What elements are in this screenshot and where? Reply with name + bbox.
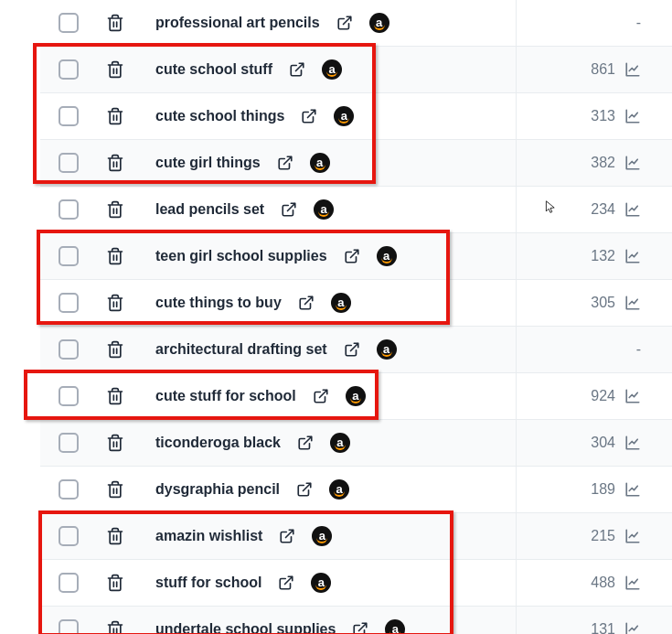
value-text: 313 (591, 108, 615, 124)
chart-icon[interactable] (624, 621, 641, 634)
table-row: ticonderoga black304 (40, 420, 672, 467)
keyword-text[interactable]: cute stuff for school (155, 388, 296, 404)
chart-icon[interactable] (624, 388, 641, 404)
trash-icon[interactable] (106, 294, 124, 312)
amazon-icon[interactable] (311, 573, 331, 593)
external-link-icon[interactable] (277, 155, 293, 171)
keyword-text[interactable]: dysgraphia pencil (155, 481, 280, 498)
keyword-text[interactable]: teen girl school supplies (155, 248, 327, 264)
external-link-icon[interactable] (352, 621, 368, 634)
chart-icon[interactable] (624, 528, 641, 544)
amazon-icon[interactable] (331, 293, 351, 313)
chart-icon[interactable] (624, 108, 641, 124)
keyword-text[interactable]: architectural drafting set (155, 341, 327, 358)
row-checkbox[interactable] (59, 479, 79, 500)
value-cell: - (517, 0, 672, 46)
keyword-text[interactable]: cute school things (155, 108, 284, 124)
external-link-icon[interactable] (336, 15, 353, 31)
trash-icon[interactable] (106, 574, 124, 592)
table-row: dysgraphia pencil189 (40, 467, 672, 513)
amazon-icon[interactable] (329, 479, 349, 500)
row-checkbox[interactable] (59, 153, 79, 173)
trash-icon[interactable] (106, 154, 124, 172)
amazon-icon[interactable] (377, 339, 397, 360)
trash-icon[interactable] (106, 387, 124, 405)
external-link-icon[interactable] (289, 61, 305, 78)
row-checkbox[interactable] (59, 433, 79, 453)
trash-icon[interactable] (106, 340, 124, 359)
table-row: cute school things313 (40, 93, 672, 140)
trash-icon[interactable] (106, 60, 124, 79)
amazon-icon[interactable] (322, 59, 342, 80)
value-cell: 132 (517, 233, 672, 279)
chart-icon[interactable] (624, 201, 641, 218)
value-cell: 189 (517, 467, 672, 512)
row-checkbox[interactable] (59, 526, 79, 546)
trash-icon[interactable] (106, 434, 124, 452)
chart-icon[interactable] (624, 155, 641, 171)
external-link-icon[interactable] (301, 108, 317, 124)
row-checkbox[interactable] (59, 13, 79, 33)
chart-icon[interactable] (624, 295, 641, 311)
amazon-icon[interactable] (346, 386, 366, 406)
keyword-cell: undertale school supplies (40, 607, 517, 634)
chart-icon[interactable] (624, 61, 641, 78)
external-link-icon[interactable] (296, 481, 313, 498)
value-text: 305 (591, 295, 615, 311)
row-checkbox[interactable] (59, 246, 79, 266)
row-checkbox[interactable] (59, 106, 79, 126)
external-link-icon[interactable] (344, 248, 360, 264)
keyword-text[interactable]: cute girl things (155, 155, 261, 171)
external-link-icon[interactable] (344, 341, 360, 358)
chart-icon[interactable] (624, 575, 641, 591)
amazon-icon[interactable] (310, 153, 330, 173)
external-link-icon[interactable] (279, 528, 295, 544)
amazon-icon[interactable] (369, 13, 389, 33)
amazon-icon[interactable] (312, 526, 332, 546)
chart-icon[interactable] (624, 435, 641, 451)
keyword-text[interactable]: cute school stuff (155, 61, 272, 78)
keyword-text[interactable]: cute things to buy (155, 295, 282, 311)
row-checkbox[interactable] (59, 619, 79, 634)
row-checkbox[interactable] (59, 293, 79, 313)
keyword-text[interactable]: lead pencils set (155, 201, 264, 218)
trash-icon[interactable] (106, 200, 124, 219)
value-text: 924 (591, 388, 615, 404)
amazon-icon[interactable] (330, 433, 350, 453)
trash-icon[interactable] (106, 480, 124, 499)
external-link-icon[interactable] (298, 295, 315, 311)
keyword-text[interactable]: stuff for school (155, 575, 261, 591)
row-checkbox[interactable] (59, 59, 79, 80)
chart-icon[interactable] (624, 248, 641, 264)
row-checkbox[interactable] (59, 573, 79, 593)
amazon-icon[interactable] (334, 106, 354, 126)
row-checkbox[interactable] (59, 386, 79, 406)
keyword-text[interactable]: ticonderoga black (155, 435, 281, 451)
external-link-icon[interactable] (281, 201, 297, 218)
amazon-icon[interactable] (385, 619, 405, 634)
keyword-text[interactable]: undertale school supplies (155, 621, 336, 634)
trash-icon[interactable] (106, 107, 124, 125)
trash-icon[interactable] (106, 14, 124, 32)
table-row: stuff for school488 (40, 560, 672, 607)
table-row: professional art pencils- (40, 0, 672, 47)
keyword-cell: architectural drafting set (40, 327, 517, 372)
row-checkbox[interactable] (59, 199, 79, 220)
value-text: 861 (591, 61, 615, 78)
value-text: 382 (591, 155, 615, 171)
external-link-icon[interactable] (313, 388, 329, 404)
chart-icon[interactable] (624, 481, 641, 498)
keyword-text[interactable]: professional art pencils (155, 15, 320, 31)
external-link-icon[interactable] (278, 575, 294, 591)
value-text: - (636, 341, 641, 358)
trash-icon[interactable] (106, 620, 124, 634)
keyword-text[interactable]: amazin wishlist (155, 528, 262, 544)
external-link-icon[interactable] (297, 435, 314, 451)
trash-icon[interactable] (106, 527, 124, 545)
keyword-cell: lead pencils set (40, 187, 517, 232)
amazon-icon[interactable] (314, 199, 334, 220)
trash-icon[interactable] (106, 247, 124, 265)
value-cell: 924 (517, 373, 672, 419)
row-checkbox[interactable] (59, 339, 79, 360)
amazon-icon[interactable] (377, 246, 397, 266)
